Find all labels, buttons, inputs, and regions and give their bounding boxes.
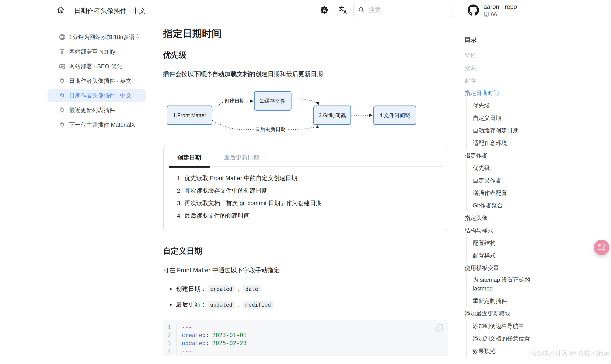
left-sidebar: 1分钟为网站添加i18n多语言 网站部署至 Netlify 网站部署 - SEO…: [0, 30, 151, 132]
upload-icon: [58, 48, 66, 55]
sidebar-item-label: 下一代主题插件 MaterialX: [69, 121, 135, 129]
toc-item[interactable]: Git作者聚合: [473, 199, 567, 212]
toc-item[interactable]: 指定头像: [465, 212, 567, 224]
sidebar-item-materialx[interactable]: 下一代主题插件 MaterialX: [0, 117, 151, 132]
toc-item-label: 自定义日期: [473, 114, 501, 122]
toc-item[interactable]: 自定义日期: [473, 112, 567, 124]
priority-flow-diagram: 创建日期 最后更新日期 1.Front Matter 2.缓存文件 3.Git时…: [163, 89, 428, 142]
code-line: 2 created:2023-01-01: [163, 331, 448, 339]
toc-item[interactable]: 安装: [465, 62, 567, 74]
toc-item[interactable]: 添加最近更新模块: [465, 307, 567, 320]
intro-text: 插件会按以下顺序: [163, 71, 212, 77]
translate-icon: 文 A: [338, 5, 348, 16]
toc-item-label: 指定日期时间: [465, 89, 499, 97]
toc-item[interactable]: 特性: [465, 49, 567, 62]
toc-item[interactable]: 配置样式: [473, 249, 567, 262]
toc-item[interactable]: 结构与样式: [465, 224, 567, 237]
svg-text:A: A: [343, 10, 347, 15]
sidebar-item-i18n[interactable]: 1分钟为网站添加i18n多语言: [0, 30, 151, 44]
sidebar-item-recent-updates-plugin[interactable]: 最近更新列表插件: [0, 103, 151, 117]
toc-item-label: 适配任意环境: [473, 139, 507, 147]
toc-item-label: 使用模板变量: [465, 264, 499, 272]
section-heading-custom-date: 自定义日期: [163, 246, 202, 256]
repo-count: 66: [491, 11, 497, 18]
toc-subgroup: 为 sitemap 设置正确的 lastmod 重新定制插件: [466, 274, 567, 307]
code-token: :: [206, 332, 209, 338]
toc-item-label: 优先级: [473, 102, 490, 109]
page-title: 指定日期时间: [163, 27, 222, 40]
translate-nav-button[interactable]: 文 A: [338, 5, 348, 15]
date-tabs-panel: 创建日期 最后更新日期 1.优先读取 Front Matter 中的自定义创建日…: [163, 147, 448, 230]
line-number: 1: [163, 323, 177, 331]
toc-item-active[interactable]: 指定日期时间: [465, 87, 567, 99]
toc-item-label: 配置: [465, 77, 476, 84]
code-chip: updated: [208, 301, 235, 309]
diagram-node-front-matter: 1.Front Matter: [167, 105, 212, 125]
list-item-text: 其次读取缓存文件中的创建日期: [184, 187, 267, 195]
toc-item[interactable]: 为 sitemap 设置正确的 lastmod: [473, 274, 567, 295]
floating-translate-button[interactable]: 中 A: [594, 240, 609, 255]
toc-item[interactable]: 指定作者: [465, 149, 567, 162]
toc-item[interactable]: 使用模板变量: [465, 262, 567, 274]
home-icon: [56, 5, 65, 15]
toc-item[interactable]: 添加到侧边栏导航中: [473, 320, 567, 332]
home-button[interactable]: [56, 5, 66, 15]
tab-last-updated-date[interactable]: 最后更新日期: [215, 147, 268, 167]
toc-item[interactable]: 自定义作者: [473, 174, 567, 187]
code-chip: date: [243, 285, 261, 293]
toc-item[interactable]: 适配任意环境: [473, 137, 567, 149]
plug-icon: [58, 106, 66, 114]
list-item-number: 1.: [177, 175, 182, 182]
github-repo-link[interactable]: aaron - repo 66: [467, 2, 517, 18]
edge-label-create-date: 创建日期: [223, 97, 246, 104]
search-icon: [358, 6, 365, 14]
toc-item[interactable]: 优先级: [473, 99, 567, 112]
tab-created-date[interactable]: 创建日期: [169, 147, 210, 167]
toc-item[interactable]: 自动缓存创建日期: [473, 124, 567, 137]
list-item: 2.其次读取缓存文件中的创建日期: [177, 184, 322, 197]
toc-item[interactable]: 添加到文档的任意位置: [473, 332, 567, 345]
code-token: ---: [181, 324, 192, 330]
sidebar-item-label: 日期作者头像插件 - 中文: [69, 92, 132, 99]
bullet-last-updated: 最后更新： updated ， modified: [170, 300, 274, 309]
code-line: 1 ---: [163, 323, 448, 331]
sidebar-item-label: 网站部署 - SEO 优化: [69, 63, 122, 70]
toc-item[interactable]: 配置结构: [473, 237, 567, 249]
toc-item-label: 添加最近更新模块: [465, 310, 511, 317]
docs-page: 日期作者头像插件 - 中文 A 文 A: [0, 0, 611, 364]
table-of-contents: 目录 特性 安装 配置 指定日期时间 优先级 自定义日期 自动缓存创建日期 适配…: [465, 36, 567, 357]
sidebar-item-date-plugin-zh[interactable]: 日期作者头像插件 - 中文: [0, 88, 151, 103]
line-number: 4: [163, 347, 177, 355]
map-search-icon: [58, 63, 66, 70]
sidebar-item-netlify[interactable]: 网站部署至 Netlify: [0, 44, 151, 59]
tabs-row: 创建日期 最后更新日期: [169, 147, 443, 167]
toc-subgroup: 优先级 自定义日期 自动缓存创建日期 适配任意环境: [466, 99, 567, 149]
sidebar-item-date-plugin-en[interactable]: 日期作者头像插件 - 英文: [0, 74, 151, 88]
list-item: 4.最后读取文件的创建时间: [177, 209, 322, 222]
top-navbar: 日期作者头像插件 - 中文 A 文 A: [0, 0, 611, 20]
toc-item-label: Git作者聚合: [473, 202, 503, 209]
toc-item-label: 添加到侧边栏导航中: [473, 322, 524, 330]
theme-badge-button[interactable]: A: [319, 5, 329, 15]
diagram-node-cache-file: 2.缓存文件: [254, 91, 292, 111]
toc-item[interactable]: 重新定制插件: [473, 295, 567, 307]
diagram-node-git-timestamp: 3.Git时间戳: [313, 105, 351, 125]
toc-header: 目录: [465, 36, 567, 44]
list-item-text: 优先读取 Front Matter 中的自定义创建日期: [184, 174, 297, 182]
svg-text:中: 中: [598, 243, 602, 247]
code-token: 2025-02-23: [212, 340, 247, 346]
search-box[interactable]: [353, 3, 451, 17]
toc-item[interactable]: 增强作者配置: [473, 187, 567, 199]
toc-item-label: 优先级: [473, 164, 490, 172]
sidebar-item-seo[interactable]: 网站部署 - SEO 优化: [0, 59, 151, 74]
copy-code-button[interactable]: [435, 324, 444, 333]
intro-paragraph: 插件会按以下顺序自动加载文档的创建日期和最后更新日期: [163, 70, 323, 78]
search-input[interactable]: [369, 7, 441, 13]
sidebar-item-label: 最近更新列表插件: [69, 106, 115, 114]
toc-item[interactable]: 优先级: [473, 162, 567, 174]
yaml-code-block: 1 --- 2 created:2023-01-01 3 updated:202…: [163, 320, 448, 356]
code-line: 3 updated:2025-02-23: [163, 339, 448, 347]
toc-item[interactable]: 配置: [465, 74, 567, 87]
toc-item-label: 指定头像: [465, 214, 487, 222]
list-item-text: 再次读取文档「首次 git commit 日期」作为创建日期: [184, 199, 322, 207]
